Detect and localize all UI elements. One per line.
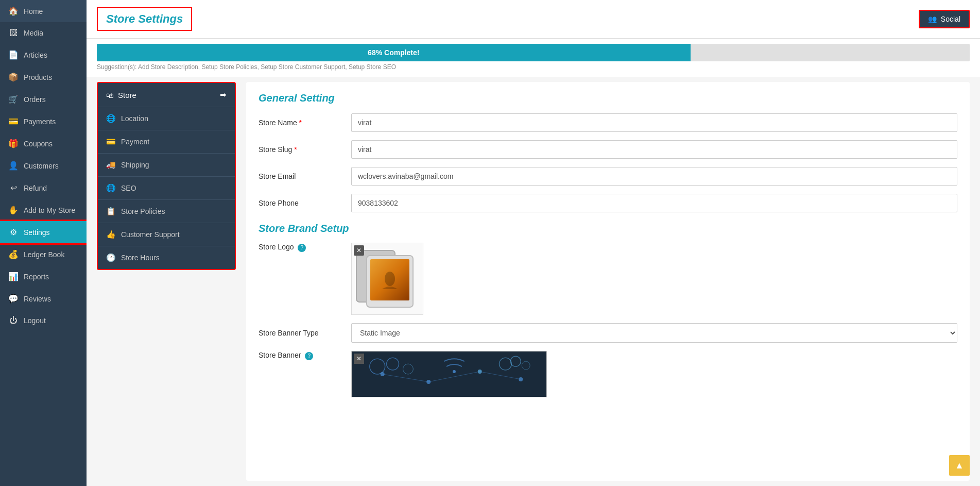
articles-icon: 📄 bbox=[8, 50, 19, 60]
tablet-svg bbox=[354, 248, 421, 310]
submenu-item-location[interactable]: 🌐 Location bbox=[98, 107, 235, 130]
submenu-arrow-icon: ➡ bbox=[220, 90, 227, 99]
submenu-item-label: SEO bbox=[121, 184, 136, 192]
store-slug-label: Store Slug * bbox=[259, 145, 351, 154]
svg-point-11 bbox=[381, 372, 385, 376]
sidebar-item-label: Articles bbox=[24, 51, 47, 59]
sidebar-item-logout[interactable]: ⏻ Logout bbox=[0, 310, 87, 331]
store-email-row: Store Email bbox=[259, 167, 957, 186]
shipping-icon: 🚚 bbox=[106, 160, 116, 170]
ledger-icon: 💰 bbox=[8, 249, 19, 259]
submenu-item-label: Shipping bbox=[121, 161, 149, 169]
social-button-label: Social bbox=[941, 15, 960, 23]
sidebar-item-products[interactable]: 📦 Products bbox=[0, 66, 87, 88]
sidebar-item-refund[interactable]: ↩ Refund bbox=[0, 177, 87, 199]
sidebar-item-customers[interactable]: 👤 Customers bbox=[0, 155, 87, 177]
submenu-item-seo[interactable]: 🌐 SEO bbox=[98, 177, 235, 200]
social-icon: 👥 bbox=[928, 15, 937, 23]
banner-remove-button[interactable]: ✕ bbox=[354, 354, 364, 364]
settings-icon: ⚙ bbox=[8, 227, 19, 237]
submenu-item-label: Store Policies bbox=[121, 207, 165, 215]
store-banner-type-row: Store Banner Type Static Image Slider Vi… bbox=[259, 323, 957, 343]
scroll-to-top-button[interactable]: ▲ bbox=[949, 455, 970, 476]
reports-icon: 📊 bbox=[8, 272, 19, 281]
submenu-item-customer-support[interactable]: 👍 Customer Support bbox=[98, 223, 235, 246]
progress-bar-container: 68% Complete! bbox=[97, 44, 970, 61]
store-name-row: Store Name * bbox=[259, 113, 957, 132]
store-banner-type-select[interactable]: Static Image Slider Video bbox=[351, 323, 957, 343]
sidebar-item-label: Media bbox=[24, 29, 43, 37]
svg-point-12 bbox=[426, 380, 431, 384]
payment-icon: 💳 bbox=[106, 137, 116, 146]
store-banner-label: Store Banner ? bbox=[259, 351, 351, 360]
logo-info-icon[interactable]: ? bbox=[298, 244, 306, 252]
sidebar-item-payments[interactable]: 💳 Payments bbox=[0, 110, 87, 132]
required-asterisk: * bbox=[299, 119, 302, 127]
top-header: Store Settings 👥 Social bbox=[87, 0, 980, 39]
logout-icon: ⏻ bbox=[8, 316, 19, 325]
sidebar-item-label: Customers bbox=[24, 162, 59, 170]
logo-remove-button[interactable]: ✕ bbox=[354, 245, 364, 256]
submenu-item-shipping[interactable]: 🚚 Shipping bbox=[98, 154, 235, 177]
sidebar-item-home[interactable]: 🏠 Home bbox=[0, 0, 87, 22]
store-logo-image-wrapper: ✕ bbox=[351, 243, 423, 315]
coupons-icon: 🎁 bbox=[8, 139, 19, 148]
submenu-header: 🛍 Store ➡ bbox=[98, 83, 235, 107]
products-icon: 📦 bbox=[8, 72, 19, 82]
store-email-label: Store Email bbox=[259, 172, 351, 180]
sidebar-item-articles[interactable]: 📄 Articles bbox=[0, 44, 87, 66]
sidebar-item-label: Add to My Store bbox=[24, 206, 75, 214]
svg-point-15 bbox=[453, 370, 456, 373]
sidebar-item-label: Logout bbox=[24, 316, 46, 325]
store-hours-icon: 🕐 bbox=[106, 253, 116, 262]
customer-support-icon: 👍 bbox=[106, 230, 116, 239]
store-banner-row: Store Banner ? ✕ bbox=[259, 351, 957, 397]
suggestion-text: Suggestion(s): Add Store Description, Se… bbox=[97, 61, 970, 75]
store-banner-image-wrapper: ✕ bbox=[351, 351, 547, 397]
banner-svg bbox=[352, 351, 546, 397]
page-title: Store Settings bbox=[97, 7, 192, 31]
seo-icon: 🌐 bbox=[106, 183, 116, 193]
main-content: Store Settings 👥 Social 68% Complete! Su… bbox=[87, 0, 980, 486]
sidebar-item-reviews[interactable]: 💬 Reviews bbox=[0, 288, 87, 310]
sidebar-item-label: Ledger Book bbox=[24, 250, 64, 259]
store-phone-label: Store Phone bbox=[259, 199, 351, 207]
sidebar-item-reports[interactable]: 📊 Reports bbox=[0, 265, 87, 288]
submenu-item-policies[interactable]: 📋 Store Policies bbox=[98, 200, 235, 223]
submenu-item-label: Customer Support bbox=[121, 230, 180, 239]
store-logo-label: Store Logo ? bbox=[259, 243, 351, 252]
store-slug-input[interactable] bbox=[351, 140, 957, 159]
submenu-item-label: Payment bbox=[121, 138, 149, 146]
store-slug-row: Store Slug * bbox=[259, 140, 957, 159]
progress-label: 68% Complete! bbox=[368, 48, 419, 57]
submenu-item-payment[interactable]: 💳 Payment bbox=[98, 130, 235, 154]
banner-info-icon[interactable]: ? bbox=[305, 352, 313, 360]
sidebar-item-coupons[interactable]: 🎁 Coupons bbox=[0, 132, 87, 155]
sidebar-item-label: Refund bbox=[24, 184, 47, 192]
sidebar-item-add-to-store[interactable]: ✋ Add to My Store bbox=[0, 199, 87, 221]
submenu-item-store-hours[interactable]: 🕐 Store Hours bbox=[98, 246, 235, 269]
scroll-top-icon: ▲ bbox=[955, 460, 964, 471]
sidebar: 🏠 Home 🖼 Media 📄 Articles 📦 Products 🛒 O… bbox=[0, 0, 87, 486]
add-store-icon: ✋ bbox=[8, 205, 19, 215]
customers-icon: 👤 bbox=[8, 161, 19, 171]
content-area: 🛍 Store ➡ 🌐 Location 💳 Payment 🚚 Shippin… bbox=[87, 77, 980, 486]
sidebar-item-ledger[interactable]: 💰 Ledger Book bbox=[0, 243, 87, 265]
policies-icon: 📋 bbox=[106, 207, 116, 216]
sidebar-item-orders[interactable]: 🛒 Orders bbox=[0, 88, 87, 110]
store-name-input[interactable] bbox=[351, 113, 957, 132]
sidebar-item-label: Coupons bbox=[24, 140, 53, 148]
svg-point-13 bbox=[478, 370, 482, 374]
submenu-item-label: Location bbox=[121, 114, 148, 123]
store-email-input[interactable] bbox=[351, 167, 957, 186]
orders-icon: 🛒 bbox=[8, 94, 19, 104]
store-name-label: Store Name * bbox=[259, 119, 351, 127]
sidebar-item-settings[interactable]: ⚙ Settings bbox=[0, 221, 87, 243]
store-phone-input[interactable] bbox=[351, 194, 957, 212]
social-button[interactable]: 👥 Social bbox=[919, 10, 970, 28]
sidebar-item-label: Settings bbox=[24, 228, 50, 237]
home-icon: 🏠 bbox=[8, 6, 19, 16]
sidebar-item-label: Products bbox=[24, 73, 52, 81]
store-banner-preview bbox=[352, 351, 546, 397]
sidebar-item-media[interactable]: 🖼 Media bbox=[0, 22, 87, 44]
